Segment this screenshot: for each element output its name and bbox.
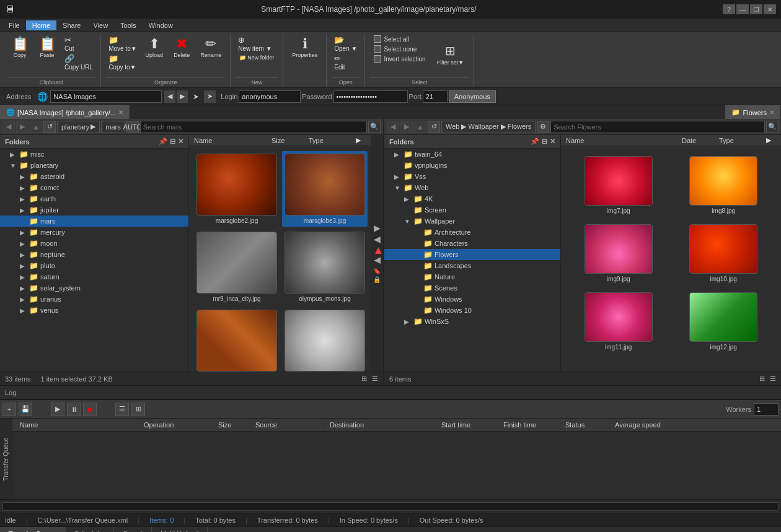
arrow-lock[interactable]: 🔒	[373, 277, 381, 283]
right-tree-item-Windows 10[interactable]: 📁Windows 10	[384, 305, 560, 316]
tree-item-uranus[interactable]: ▶📁uranus	[0, 294, 188, 305]
invert-selection-button[interactable]: Invert selection	[370, 55, 429, 63]
tab-scheduler[interactable]: Scheduler	[66, 527, 115, 533]
properties-button[interactable]: ℹ Properties	[288, 35, 321, 74]
tab-speed[interactable]: Speed	[114, 527, 152, 533]
port-input[interactable]	[423, 90, 448, 103]
tree-toggle-solar_system[interactable]: ▶	[20, 285, 27, 292]
menu-window[interactable]: Window	[143, 20, 179, 30]
right-tree-item-Vss[interactable]: ▶📁Vss	[384, 171, 560, 182]
transfer-view-btn2[interactable]: ⊞	[131, 403, 145, 416]
tree-item-neptune[interactable]: ▶📁neptune	[0, 249, 188, 260]
select-all-button[interactable]: Select all	[370, 35, 429, 43]
tree-toggle-mercury[interactable]: ▶	[20, 229, 27, 236]
right-file-item-1[interactable]: img8.jpg	[674, 154, 774, 217]
arrow-bookmark[interactable]: 🔖	[373, 268, 381, 274]
up-btn[interactable]: ▲	[30, 121, 42, 133]
right-type-col[interactable]: Type	[717, 137, 766, 144]
tree-item-planetary[interactable]: ▼📁planetary	[0, 160, 188, 171]
login-input[interactable]	[239, 90, 301, 103]
type-col-header[interactable]: Type	[306, 137, 356, 144]
tree-toggle-pluto[interactable]: ▶	[20, 263, 27, 269]
tree-toggle-planetary[interactable]: ▼	[10, 162, 17, 169]
right-file-item-5[interactable]: img12.jpg	[674, 290, 774, 353]
right-back-btn[interactable]: ◀	[387, 121, 399, 133]
forward-btn[interactable]: ▶	[16, 121, 29, 133]
right-view-icon-1[interactable]: ⊞	[759, 375, 765, 383]
right-tree-item-twain_64[interactable]: ▶📁twain_64	[384, 149, 560, 160]
tree-toggle-moon[interactable]: ▶	[20, 240, 27, 247]
right-date-col[interactable]: Date	[679, 137, 717, 144]
paste-button[interactable]: 📋 Paste	[35, 35, 60, 74]
right-tree-toggle-Vss[interactable]: ▶	[394, 173, 402, 180]
arrow-red[interactable]: ▶	[373, 247, 381, 254]
copy-url-button[interactable]: 🔗 Copy URL	[62, 53, 95, 71]
copy-to-button[interactable]: 📁 Copy to▼	[106, 53, 139, 71]
right-tree-item-WinSxS[interactable]: ▶📁WinSxS	[384, 316, 560, 327]
right-file-item-0[interactable]: img7.jpg	[568, 154, 669, 217]
right-tree-item-Scenes[interactable]: 📁Scenes	[384, 282, 560, 294]
transfer-add-btn[interactable]: +	[2, 403, 16, 416]
copy-button[interactable]: 📋 Copy	[7, 35, 32, 74]
right-tree-toggle-twain_64[interactable]: ▶	[394, 151, 402, 158]
tree-toggle-asteroid[interactable]: ▶	[20, 173, 27, 180]
left-file-item-4[interactable]: thumb5	[194, 307, 280, 372]
tree-toggle-jupiter[interactable]: ▶	[20, 207, 27, 214]
close-button[interactable]: ✕	[764, 4, 776, 14]
breadcrumb-planetary[interactable]: planetary ▶	[57, 121, 100, 133]
delete-button[interactable]: ✖ Delete	[169, 35, 194, 74]
back-btn[interactable]: ◀	[2, 121, 15, 133]
restore-button[interactable]: ❐	[750, 4, 762, 14]
tree-item-solar_system[interactable]: ▶📁solar_system	[0, 282, 188, 294]
name-col-header[interactable]: Name	[192, 137, 269, 144]
view-icon-1[interactable]: ⊞	[361, 375, 367, 383]
right-tree-item-vpnplugins[interactable]: 📁vpnplugins	[384, 160, 560, 171]
tree-item-mars[interactable]: 📁mars	[0, 216, 188, 227]
right-tree-close-icon[interactable]: ✕	[550, 137, 555, 146]
tree-toggle-uranus[interactable]: ▶	[20, 296, 27, 303]
right-search-input[interactable]	[550, 121, 765, 133]
right-tree-item-Characters[interactable]: 📁Characters	[384, 238, 560, 249]
password-input[interactable]	[333, 90, 408, 103]
tree-toggle-saturn[interactable]: ▶	[20, 274, 27, 281]
open-button[interactable]: 📂 Open ▼	[332, 35, 360, 53]
right-forward-btn[interactable]: ▶	[400, 121, 413, 133]
auto-btn[interactable]: AUTO	[126, 121, 139, 133]
menu-share[interactable]: Share	[56, 20, 87, 30]
select-none-button[interactable]: Select none	[370, 45, 429, 53]
right-tree-toggle-4K[interactable]: ▶	[404, 196, 412, 203]
tree-collapse-icon[interactable]: ⊟	[170, 137, 175, 146]
right-auto-btn[interactable]: ⚙	[537, 121, 549, 133]
move-to-button[interactable]: 📁 Move to▼	[106, 35, 139, 53]
filter-set-button[interactable]: ⊞ Filter set▼	[432, 35, 469, 74]
breadcrumb-mars[interactable]: mars	[101, 121, 125, 133]
tree-item-venus[interactable]: ▶📁venus	[0, 305, 188, 316]
tree-toggle-comet[interactable]: ▶	[20, 185, 27, 191]
arrow-down[interactable]: ▶	[374, 257, 381, 266]
address-input[interactable]	[50, 90, 162, 103]
transfer-pause-btn[interactable]: ⏸	[67, 403, 81, 416]
tree-toggle-misc[interactable]: ▶	[10, 151, 17, 158]
right-name-col[interactable]: Name	[563, 137, 679, 144]
right-tree-toggle-Web[interactable]: ▼	[394, 185, 402, 191]
anonymous-button[interactable]: Anonymous	[449, 90, 496, 103]
right-breadcrumb[interactable]: Web ▶ Wallpaper ▶ Flowers	[441, 121, 536, 133]
tree-toggle-earth[interactable]: ▶	[20, 196, 27, 203]
left-pane-tab-close[interactable]: ✕	[118, 109, 123, 116]
tree-toggle-venus[interactable]: ▶	[20, 307, 27, 314]
right-tree-toggle-WinSxS[interactable]: ▶	[404, 318, 412, 325]
left-file-item-1[interactable]: marsglobe3.jpg	[282, 151, 368, 227]
tree-item-asteroid[interactable]: ▶📁asteroid	[0, 171, 188, 182]
size-col-header[interactable]: Size	[269, 137, 306, 144]
tree-item-comet[interactable]: ▶📁comet	[0, 182, 188, 193]
right-pin-icon[interactable]: 📌	[531, 137, 539, 146]
tree-item-moon[interactable]: ▶📁moon	[0, 238, 188, 249]
left-pane-tab[interactable]: 🌐 [NASA Images] /photo_gallery/... ✕	[0, 105, 130, 119]
tab-transfer-queue[interactable]: Transfer Queue	[0, 527, 66, 533]
right-file-item-4[interactable]: img11.jpg	[568, 290, 669, 353]
left-search-button[interactable]: 🔍	[368, 121, 381, 133]
tree-item-mercury[interactable]: ▶📁mercury	[0, 227, 188, 238]
menu-tools[interactable]: Tools	[114, 20, 143, 30]
tree-item-pluto[interactable]: ▶📁pluto	[0, 260, 188, 271]
right-tree-item-Architecture[interactable]: 📁Architecture	[384, 227, 560, 238]
